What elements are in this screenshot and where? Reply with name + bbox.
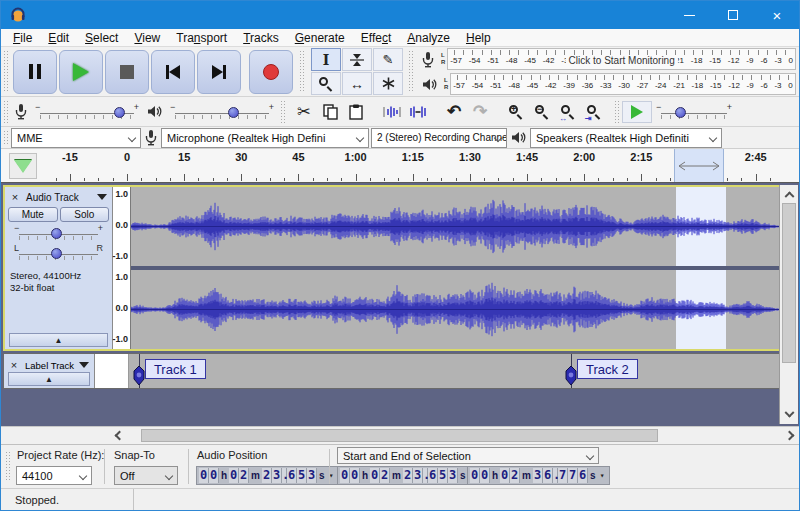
time-digit[interactable]: 0 bbox=[350, 468, 360, 483]
time-digit[interactable]: 5 bbox=[297, 468, 307, 483]
menu-item-tracks[interactable]: Tracks bbox=[235, 30, 287, 46]
label-box[interactable]: Track 1 bbox=[145, 359, 206, 379]
playback-meter[interactable]: -57-54-51-48-45-42-39-36-33-30-27-24-21-… bbox=[450, 73, 796, 95]
selection-start-field[interactable]: 00h02m23.653s▾ bbox=[337, 466, 480, 485]
record-volume-thumb[interactable] bbox=[114, 107, 125, 118]
cut-button[interactable]: ✂ bbox=[292, 101, 316, 123]
audio-host-select[interactable]: MME bbox=[11, 128, 141, 148]
skip-to-start-button[interactable] bbox=[151, 50, 195, 94]
audio-position-field[interactable]: 00h02m23.653s▾ bbox=[196, 466, 339, 485]
minimize-button[interactable] bbox=[667, 1, 711, 29]
zoom-out-button[interactable]: − bbox=[530, 101, 554, 123]
undo-button[interactable]: ↶ bbox=[442, 101, 466, 123]
project-rate-select[interactable]: 44100 bbox=[16, 466, 92, 485]
zoom-selection-button[interactable]: ↔ bbox=[556, 101, 580, 123]
skip-to-end-button[interactable] bbox=[197, 50, 241, 94]
time-digit[interactable]: 0 bbox=[340, 468, 350, 483]
close-button[interactable]: × bbox=[755, 1, 799, 29]
time-unit[interactable]: m bbox=[390, 470, 403, 481]
play-at-speed-button[interactable] bbox=[622, 101, 652, 123]
record-meter[interactable]: -57-54-51-48-45-42-39-36-33-30-27-24-21-… bbox=[447, 48, 796, 70]
time-digit[interactable]: 3 bbox=[307, 468, 317, 483]
waveform-channel-2[interactable] bbox=[131, 270, 780, 349]
menu-item-effect[interactable]: Effect bbox=[353, 30, 399, 46]
selection-range-select[interactable]: Start and End of Selection bbox=[337, 447, 599, 464]
time-digit[interactable]: 3 bbox=[533, 468, 543, 483]
time-format-arrow-icon[interactable]: ▾ bbox=[327, 471, 336, 480]
zoom-in-button[interactable]: + bbox=[504, 101, 528, 123]
playback-volume-thumb[interactable] bbox=[228, 107, 239, 118]
edit-toolbar-grip[interactable] bbox=[280, 100, 286, 123]
vertical-ruler[interactable]: 1.0 0.0 -1.0 1.0 0.0 -1.0 bbox=[113, 187, 131, 349]
time-digit[interactable]: 6 bbox=[287, 468, 297, 483]
time-unit[interactable]: h bbox=[490, 470, 500, 481]
maximize-button[interactable] bbox=[711, 1, 755, 29]
mixer-toolbar-grip[interactable] bbox=[3, 100, 9, 123]
time-digit[interactable]: 2 bbox=[403, 468, 413, 483]
copy-button[interactable] bbox=[318, 101, 342, 123]
time-unit[interactable]: h bbox=[219, 470, 229, 481]
selection-toolbar-grip[interactable] bbox=[5, 451, 11, 482]
menu-item-edit[interactable]: Edit bbox=[40, 30, 77, 46]
meter-toolbar-grip[interactable] bbox=[408, 50, 414, 93]
vertical-scrollbar[interactable] bbox=[779, 185, 798, 424]
paste-button[interactable] bbox=[344, 101, 368, 123]
draw-tool-button[interactable]: ✎ bbox=[373, 48, 403, 71]
trim-audio-button[interactable] bbox=[380, 101, 404, 123]
time-digit[interactable]: 0 bbox=[480, 468, 490, 483]
recording-device-select[interactable]: Microphone (Realtek High Defini bbox=[161, 128, 369, 148]
time-digit[interactable]: 0 bbox=[370, 468, 380, 483]
zoom-fit-button[interactable]: ⇥ bbox=[582, 101, 606, 123]
time-digit[interactable]: 3 bbox=[272, 468, 282, 483]
silence-audio-button[interactable] bbox=[406, 101, 430, 123]
menu-item-analyze[interactable]: Analyze bbox=[399, 30, 458, 46]
time-digit[interactable]: 2 bbox=[510, 468, 520, 483]
device-toolbar-grip[interactable] bbox=[3, 130, 9, 145]
horizontal-scrollbar[interactable] bbox=[111, 427, 798, 444]
timeline-ruler[interactable]: -1501530451:001:151:301:452:002:152:302:… bbox=[41, 149, 799, 182]
play-speed-slider[interactable]: − + bbox=[652, 102, 736, 122]
menu-item-view[interactable]: View bbox=[126, 30, 168, 46]
time-digit[interactable]: 6 bbox=[428, 468, 438, 483]
close-track-button[interactable]: × bbox=[8, 191, 22, 204]
mute-button[interactable]: Mute bbox=[8, 207, 58, 222]
gain-slider[interactable]: − + bbox=[10, 223, 107, 242]
play-speed-thumb[interactable] bbox=[675, 107, 686, 118]
time-shift-tool-button[interactable]: ↔ bbox=[342, 72, 372, 95]
scroll-up-button[interactable] bbox=[780, 185, 798, 202]
time-digit[interactable]: 0 bbox=[470, 468, 480, 483]
time-format-arrow-icon[interactable]: ▾ bbox=[598, 471, 607, 480]
solo-button[interactable]: Solo bbox=[60, 207, 110, 222]
time-unit[interactable]: h bbox=[360, 470, 370, 481]
menu-item-help[interactable]: Help bbox=[458, 30, 499, 46]
menu-item-transport[interactable]: Transport bbox=[168, 30, 235, 46]
time-digit[interactable]: 7 bbox=[568, 468, 578, 483]
snap-to-select[interactable]: Off bbox=[114, 466, 178, 485]
menu-item-generate[interactable]: Generate bbox=[287, 30, 353, 46]
selection-tool-button[interactable]: I bbox=[311, 48, 341, 71]
transport-toolbar-grip[interactable] bbox=[3, 50, 9, 93]
menu-item-select[interactable]: Select bbox=[77, 30, 126, 46]
time-digit[interactable]: 7 bbox=[558, 468, 568, 483]
time-digit[interactable]: 0 bbox=[500, 468, 510, 483]
envelope-tool-button[interactable] bbox=[342, 48, 372, 71]
time-digit[interactable]: 5 bbox=[438, 468, 448, 483]
time-digit[interactable]: 2 bbox=[239, 468, 249, 483]
time-unit[interactable]: m bbox=[520, 470, 533, 481]
label-track-name-menu[interactable]: Label Track bbox=[21, 360, 94, 371]
tools-toolbar-grip[interactable] bbox=[299, 50, 305, 93]
time-digit[interactable]: 2 bbox=[380, 468, 390, 483]
collapse-track-button[interactable]: ▲ bbox=[9, 333, 108, 347]
pause-button[interactable] bbox=[13, 50, 57, 94]
collapse-label-track-button[interactable]: ▲ bbox=[8, 372, 90, 386]
stop-button[interactable] bbox=[105, 50, 149, 94]
recording-channels-select[interactable]: 2 (Stereo) Recording Channels bbox=[371, 128, 507, 148]
record-button[interactable] bbox=[249, 50, 293, 94]
time-digit[interactable]: 0 bbox=[229, 468, 239, 483]
ruler-selection-region[interactable] bbox=[674, 149, 724, 182]
scroll-right-button[interactable] bbox=[781, 427, 798, 444]
label-box[interactable]: Track 2 bbox=[577, 359, 638, 379]
menu-item-file[interactable]: File bbox=[5, 30, 40, 46]
horizontal-scroll-thumb[interactable] bbox=[141, 429, 658, 442]
timeline-options-button[interactable] bbox=[9, 153, 37, 179]
